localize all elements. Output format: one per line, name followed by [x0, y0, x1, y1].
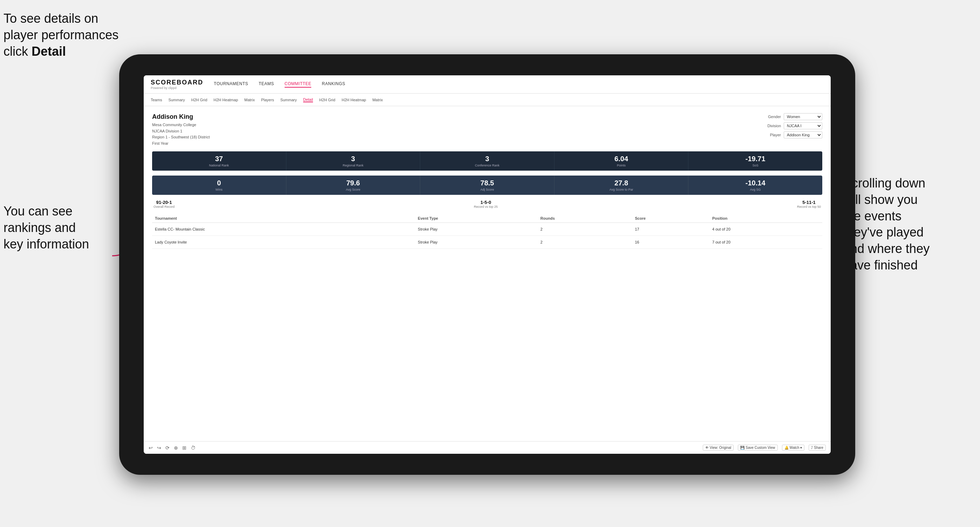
adj-score-value: 78.5 — [422, 179, 552, 187]
share-btn[interactable]: ⤴ Share — [808, 444, 826, 451]
table-header-row: Tournament Event Type Rounds Score Posit… — [152, 214, 822, 223]
undo-icon[interactable]: ↩ — [149, 445, 153, 451]
sub-nav: Teams Summary H2H Grid H2H Heatmap Matri… — [144, 94, 831, 106]
col-score: Score — [632, 214, 710, 223]
division-select[interactable]: NJCAA I — [784, 122, 822, 129]
nav-items: TOURNAMENTS TEAMS COMMITTEE RANKINGS — [214, 81, 345, 87]
annotation-right: Scrolling down will show you the events … — [843, 175, 977, 274]
tablet-screen: SCOREBOARD Powered by clippd TOURNAMENTS… — [144, 75, 831, 454]
sub-nav-h2h-grid[interactable]: H2H Grid — [191, 98, 207, 102]
wins-label: Wins — [154, 188, 284, 191]
nav-committee[interactable]: COMMITTEE — [285, 81, 312, 87]
player-info: Addison King Mesa Community College NJCA… — [152, 113, 210, 146]
top50-record: 5-11-1 Record vs top 50 — [797, 200, 821, 208]
nav-tournaments[interactable]: TOURNAMENTS — [214, 81, 248, 87]
nav-rankings[interactable]: RANKINGS — [322, 81, 345, 87]
sub-nav-h2h-grid2[interactable]: H2H Grid — [319, 98, 336, 102]
annotation-top-left: To see details on player performances cl… — [3, 11, 133, 60]
row1-score: 17 — [632, 223, 710, 236]
zoom-icon[interactable]: ⊕ — [174, 445, 178, 451]
stats-grid-2: 0 Wins 79.6 Avg Score 78.5 Adj Score 27.… — [152, 176, 822, 195]
regional-rank-value: 3 — [288, 155, 418, 163]
sub-nav-h2h-heatmap2[interactable]: H2H Heatmap — [342, 98, 366, 102]
table-row: Lady Coyote Invite Stroke Play 2 16 7 ou… — [152, 236, 822, 249]
top25-record-label: Record vs top 25 — [474, 205, 498, 208]
row1-event-type: Stroke Play — [415, 223, 538, 236]
sub-nav-h2h-heatmap[interactable]: H2H Heatmap — [213, 98, 238, 102]
logo-area: SCOREBOARD Powered by clippd — [151, 79, 203, 90]
player-filters: Gender Women Division NJCAA I — [762, 113, 822, 138]
division-label: Division — [762, 124, 781, 128]
overall-record-value: 91-20-1 — [154, 200, 175, 205]
player-division: NJCAA Division 1 — [152, 128, 210, 135]
bottom-toolbar: ↩ ↪ ⟳ ⊕ ⊞ ⏱ 👁 View: Original 💾 Save Cust… — [144, 441, 831, 454]
row1-rounds: 2 — [538, 223, 632, 236]
content-area: Addison King Mesa Community College NJCA… — [144, 106, 831, 441]
row2-score: 16 — [632, 236, 710, 249]
row1-tournament: Estella CC- Mountain Classic — [152, 223, 415, 236]
points-label: Points — [557, 163, 686, 167]
gender-label: Gender — [762, 114, 781, 119]
main-content: Addison King Mesa Community College NJCA… — [144, 106, 831, 441]
row2-tournament: Lady Coyote Invite — [152, 236, 415, 249]
stat-regional-rank: 3 Regional Rank — [286, 151, 421, 171]
logo-scoreboard: SCOREBOARD — [151, 79, 203, 86]
player-label: Player — [762, 133, 781, 137]
top50-record-value: 5-11-1 — [797, 200, 821, 205]
save-custom-view-btn[interactable]: 💾 Save Custom View — [738, 444, 777, 451]
tournament-table: Tournament Event Type Rounds Score Posit… — [152, 214, 822, 249]
col-position: Position — [710, 214, 822, 223]
player-region: Region 1 - Southwest (18) District — [152, 134, 210, 141]
avg-sg-value: -10.14 — [690, 179, 820, 187]
row2-position: 7 out of 20 — [710, 236, 822, 249]
player-name: Addison King — [152, 113, 210, 121]
col-event-type: Event Type — [415, 214, 538, 223]
save-icon: 💾 — [740, 446, 745, 449]
stat-wins: 0 Wins — [152, 176, 286, 195]
nav-teams[interactable]: TEAMS — [259, 81, 274, 87]
points-value: 6.04 — [557, 155, 686, 163]
sub-nav-matrix[interactable]: Matrix — [244, 98, 255, 102]
sub-nav-summary[interactable]: Summary — [168, 98, 185, 102]
logo-powered: Powered by clippd — [151, 86, 203, 90]
player-year: First Year — [152, 141, 210, 147]
annotation-bottom-left: You can see rankings and key information — [3, 203, 119, 252]
gender-select[interactable]: Women — [784, 113, 822, 120]
row2-event-type: Stroke Play — [415, 236, 538, 249]
sub-nav-detail[interactable]: Detail — [303, 97, 313, 102]
conference-rank-label: Conference Rank — [422, 163, 552, 167]
player-header: Addison King Mesa Community College NJCA… — [152, 113, 822, 146]
table-row: Estella CC- Mountain Classic Stroke Play… — [152, 223, 822, 236]
adj-score-label: Adj Score — [422, 188, 552, 191]
row2-rounds: 2 — [538, 236, 632, 249]
view-icon: 👁 — [705, 446, 709, 449]
view-original-btn[interactable]: 👁 View: Original — [703, 444, 734, 451]
redo-icon[interactable]: ↪ — [157, 445, 161, 451]
national-rank-value: 37 — [154, 155, 284, 163]
stat-avg-sg: -10.14 Avg SG — [688, 176, 822, 195]
avg-sg-label: Avg SG — [690, 188, 820, 191]
col-rounds: Rounds — [538, 214, 632, 223]
refresh-icon[interactable]: ⟳ — [165, 445, 170, 451]
player-select[interactable]: Addison King — [784, 132, 822, 138]
records-row: 91-20-1 Overall Record 1-5-0 Record vs t… — [152, 200, 822, 208]
sub-nav-teams[interactable]: Teams — [151, 98, 162, 102]
overall-record: 91-20-1 Overall Record — [154, 200, 175, 208]
stat-national-rank: 37 National Rank — [152, 151, 286, 171]
top50-record-label: Record vs top 50 — [797, 205, 821, 208]
sub-nav-players[interactable]: Players — [261, 98, 274, 102]
share-icon: ⤴ — [811, 446, 813, 449]
col-tournament: Tournament — [152, 214, 415, 223]
watch-btn[interactable]: 🔔 Watch ▾ — [782, 444, 805, 451]
watch-icon: 🔔 — [784, 446, 789, 449]
top25-record-value: 1-5-0 — [474, 200, 498, 205]
timer-icon[interactable]: ⏱ — [191, 445, 196, 451]
sub-nav-summary2[interactable]: Summary — [280, 98, 297, 102]
layout-icon[interactable]: ⊞ — [182, 445, 186, 451]
top25-record: 1-5-0 Record vs top 25 — [474, 200, 498, 208]
stat-sos: -19.71 SoS — [688, 151, 822, 171]
stat-avg-score-par: 27.8 Avg Score to Par — [555, 176, 689, 195]
national-rank-label: National Rank — [154, 163, 284, 167]
sub-nav-matrix2[interactable]: Matrix — [372, 98, 383, 102]
stats-grid-1: 37 National Rank 3 Regional Rank 3 Confe… — [152, 151, 822, 171]
